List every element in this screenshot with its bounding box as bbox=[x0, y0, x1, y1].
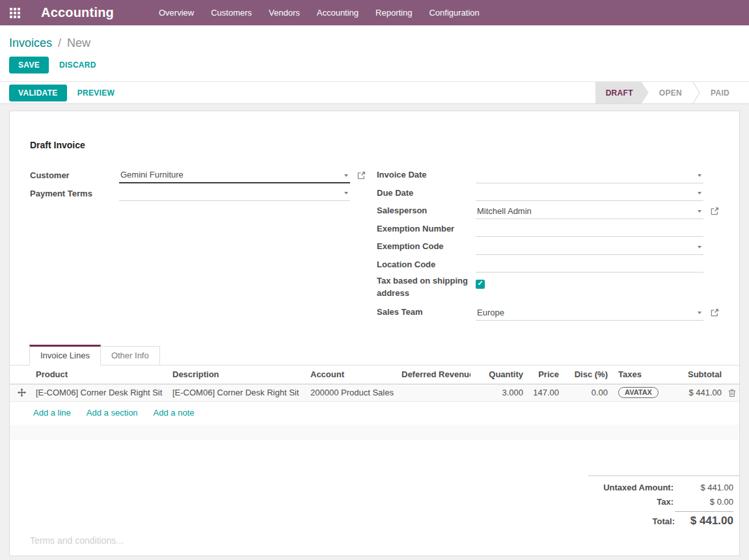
invoice-date-widget bbox=[476, 168, 703, 183]
drag-handle-icon[interactable] bbox=[18, 388, 26, 397]
col-account[interactable]: Account bbox=[308, 369, 399, 379]
tax-shipping-label: Tax based on shipping address bbox=[377, 275, 476, 300]
cell-quantity[interactable]: 3.000 bbox=[470, 388, 526, 397]
exemption-code-input[interactable] bbox=[476, 242, 703, 252]
menu-overview[interactable]: Overview bbox=[150, 0, 202, 25]
field-exemption-number: Exemption Number bbox=[377, 220, 719, 239]
due-date-caret-icon[interactable] bbox=[698, 192, 701, 194]
col-product[interactable]: Product bbox=[33, 369, 170, 379]
status-paid[interactable]: PAID bbox=[700, 82, 740, 103]
cell-subtotal: $ 441.00 bbox=[672, 388, 724, 397]
col-taxes[interactable]: Taxes bbox=[610, 369, 672, 379]
sheet-title: Draft Invoice bbox=[30, 140, 719, 150]
form-right-column: Invoice Date Due Date Sale bbox=[377, 167, 719, 322]
col-quantity[interactable]: Quantity bbox=[470, 369, 526, 379]
exemption-code-caret-icon[interactable] bbox=[698, 246, 701, 248]
salesperson-external-link-icon[interactable] bbox=[711, 207, 719, 215]
validate-button[interactable]: VALIDATE bbox=[9, 85, 67, 101]
sales-team-input[interactable] bbox=[476, 308, 703, 317]
customer-external-link-icon[interactable] bbox=[357, 171, 366, 180]
due-date-widget bbox=[476, 185, 703, 201]
status-steps: DRAFT OPEN PAID bbox=[595, 82, 740, 103]
delete-line-icon[interactable] bbox=[728, 388, 736, 397]
tab-bar: Invoice Lines Other Info bbox=[10, 346, 739, 366]
record-actions-row: SAVE DISCARD bbox=[0, 56, 749, 81]
sales-team-external-link-icon[interactable] bbox=[711, 308, 719, 317]
col-description[interactable]: Description bbox=[170, 369, 308, 379]
table-header-row: Product Description Account Deferred Rev… bbox=[10, 366, 739, 384]
payment-terms-label: Payment Terms bbox=[30, 189, 119, 198]
apps-grid-icon[interactable] bbox=[10, 8, 20, 18]
customer-dropdown-caret-icon[interactable] bbox=[344, 174, 348, 177]
menu-vendors[interactable]: Vendors bbox=[260, 0, 308, 25]
customer-input[interactable] bbox=[119, 170, 350, 180]
col-disc[interactable]: Disc (%) bbox=[562, 369, 610, 379]
form-view: Draft Invoice Customer Payment Terms bbox=[0, 104, 749, 560]
untaxed-amount-row: Untaxed Amount: $ 441.00 bbox=[588, 483, 733, 492]
discard-button[interactable]: DISCARD bbox=[53, 57, 103, 73]
sales-team-dropdown-caret-icon[interactable] bbox=[698, 312, 701, 314]
tax-shipping-checkbox[interactable] bbox=[476, 280, 485, 289]
add-a-note-link[interactable]: Add a note bbox=[154, 408, 195, 418]
customer-widget bbox=[119, 168, 350, 183]
sales-team-label: Sales Team bbox=[377, 306, 476, 319]
col-deferred-revenue[interactable]: Deferred Revenue bbox=[399, 369, 470, 379]
tax-shipping-widget bbox=[476, 275, 703, 291]
line-add-links: Add a line Add a section Add a note bbox=[10, 402, 739, 423]
cell-disc[interactable]: 0.00 bbox=[562, 388, 610, 397]
total-value: $ 441.00 bbox=[675, 511, 733, 527]
cell-account[interactable]: 200000 Product Sales bbox=[308, 388, 399, 397]
cell-product[interactable]: [E-COM06] Corner Desk Right Sit bbox=[33, 388, 170, 397]
breadcrumb-bar: Invoices / New bbox=[0, 25, 749, 56]
exemption-number-label: Exemption Number bbox=[377, 223, 476, 235]
sales-team-widget bbox=[476, 305, 703, 321]
tax-row: Tax: $ 0.00 bbox=[588, 497, 733, 507]
menu-reporting[interactable]: Reporting bbox=[367, 0, 420, 25]
invoice-line-row[interactable]: [E-COM06] Corner Desk Right Sit [E-COM06… bbox=[10, 384, 739, 402]
terms-area bbox=[30, 535, 719, 553]
salesperson-widget bbox=[476, 204, 703, 219]
tab-invoice-lines[interactable]: Invoice Lines bbox=[29, 345, 101, 366]
app-title[interactable]: Accounting bbox=[41, 5, 114, 20]
menu-customers[interactable]: Customers bbox=[202, 0, 260, 25]
tax-badge[interactable]: AVATAX bbox=[618, 387, 659, 398]
top-navbar: Accounting Overview Customers Vendors Ac… bbox=[0, 0, 749, 25]
invoice-date-input[interactable] bbox=[476, 170, 703, 180]
menu-accounting[interactable]: Accounting bbox=[308, 0, 367, 25]
save-button[interactable]: SAVE bbox=[9, 57, 49, 73]
menu-configuration[interactable]: Configuration bbox=[420, 0, 487, 25]
breadcrumb-separator: / bbox=[55, 36, 64, 49]
field-sales-team: Sales Team bbox=[377, 304, 719, 322]
field-tax-shipping: Tax based on shipping address bbox=[377, 274, 719, 304]
location-code-input[interactable] bbox=[476, 260, 703, 269]
payment-terms-dropdown-caret-icon[interactable] bbox=[344, 192, 348, 194]
preview-button[interactable]: PREVIEW bbox=[71, 85, 121, 101]
untaxed-amount-label: Untaxed Amount: bbox=[603, 483, 674, 492]
total-row: Total: $ 441.00 bbox=[588, 511, 733, 527]
exemption-code-widget bbox=[476, 239, 703, 255]
col-subtotal[interactable]: Subtotal bbox=[672, 369, 724, 379]
due-date-input[interactable] bbox=[476, 188, 703, 198]
cell-price[interactable]: 147.00 bbox=[526, 388, 562, 397]
terms-and-conditions-input[interactable] bbox=[30, 535, 719, 551]
salesperson-dropdown-caret-icon[interactable] bbox=[698, 210, 701, 213]
col-price[interactable]: Price bbox=[526, 369, 562, 379]
salesperson-input[interactable] bbox=[476, 206, 703, 216]
exemption-number-input[interactable] bbox=[476, 224, 703, 233]
payment-terms-input[interactable] bbox=[119, 188, 350, 198]
status-open[interactable]: OPEN bbox=[649, 82, 692, 103]
add-a-line-link[interactable]: Add a line bbox=[33, 408, 71, 418]
field-invoice-date: Invoice Date bbox=[377, 167, 719, 185]
chevron-separator-icon bbox=[692, 82, 700, 103]
cell-taxes[interactable]: AVATAX bbox=[610, 387, 672, 398]
add-a-section-link[interactable]: Add a section bbox=[87, 408, 138, 418]
field-customer: Customer bbox=[30, 167, 366, 185]
breadcrumb-invoices-link[interactable]: Invoices bbox=[9, 36, 52, 49]
untaxed-amount-value: $ 441.00 bbox=[674, 483, 733, 492]
invoice-date-caret-icon[interactable] bbox=[698, 174, 701, 177]
field-location-code: Location Code bbox=[377, 256, 719, 274]
status-draft[interactable]: DRAFT bbox=[595, 82, 649, 103]
tab-other-info[interactable]: Other Info bbox=[101, 346, 160, 365]
invoice-lines-table: Product Description Account Deferred Rev… bbox=[10, 366, 739, 440]
cell-description[interactable]: [E-COM06] Corner Desk Right Sit bbox=[170, 388, 308, 397]
